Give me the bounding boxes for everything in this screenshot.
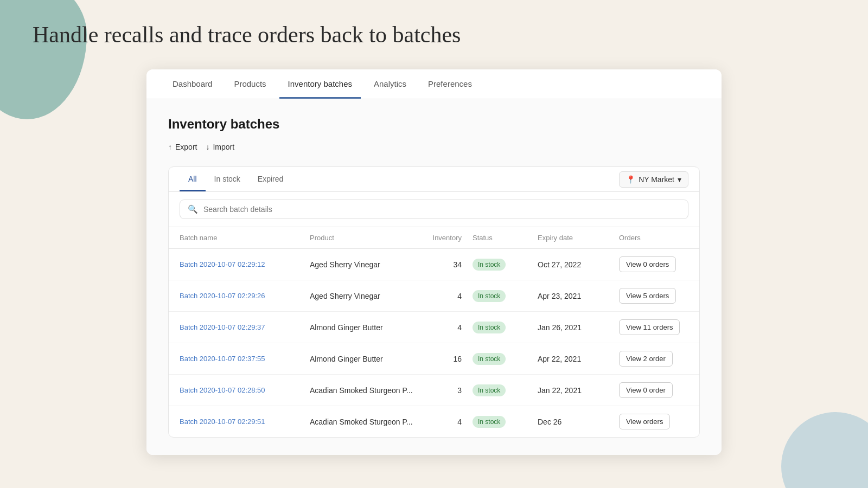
- inventory-count: 34: [418, 260, 473, 269]
- expiry-date: Jan 26, 2021: [538, 323, 619, 332]
- orders-cell: View 5 orders: [619, 288, 695, 304]
- page-title: Inventory batches: [168, 117, 700, 132]
- col-expiry-date: Expiry date: [538, 234, 619, 242]
- nav-bar: Dashboard Products Inventory batches Ana…: [146, 69, 722, 99]
- market-label: NY Market: [639, 175, 674, 184]
- col-status: Status: [473, 234, 538, 242]
- status-badge: In stock: [473, 416, 538, 428]
- tab-row: All In stock Expired 📍 NY Market ▾: [169, 167, 699, 192]
- product-name: Acadian Smoked Sturgeon P...: [310, 386, 418, 395]
- view-orders-button[interactable]: View orders: [619, 414, 670, 429]
- search-icon: 🔍: [188, 204, 198, 214]
- batch-link[interactable]: Batch 2020-10-07 02:29:12: [180, 260, 310, 268]
- main-content: Inventory batches ↑ Export ↓ Import All: [146, 99, 722, 455]
- batch-link[interactable]: Batch 2020-10-07 02:29:26: [180, 292, 310, 300]
- view-orders-button[interactable]: View 0 order: [619, 382, 673, 398]
- expiry-date: Oct 27, 2022: [538, 260, 619, 269]
- table-row: Batch 2020-10-07 02:37:55 Almond Ginger …: [169, 343, 699, 375]
- table-header: Batch name Product Inventory Status Expi…: [169, 227, 699, 249]
- orders-cell: View orders: [619, 414, 695, 429]
- nav-item-preferences[interactable]: Preferences: [419, 69, 481, 99]
- col-inventory: Inventory: [418, 234, 473, 242]
- status-badge: In stock: [473, 290, 538, 302]
- status-badge: In stock: [473, 259, 538, 271]
- search-row: 🔍: [169, 192, 699, 227]
- table-row: Batch 2020-10-07 02:29:12 Aged Sherry Vi…: [169, 249, 699, 280]
- inventory-count: 4: [418, 292, 473, 300]
- inventory-count: 4: [418, 418, 473, 426]
- expiry-date: Apr 22, 2021: [538, 355, 619, 363]
- tabs: All In stock Expired: [180, 167, 292, 191]
- export-button[interactable]: ↑ Export: [168, 140, 197, 153]
- action-buttons: ↑ Export ↓ Import: [168, 140, 700, 153]
- status-badge: In stock: [473, 322, 538, 333]
- location-icon: 📍: [626, 175, 635, 184]
- expiry-date: Dec 26: [538, 418, 619, 426]
- table-body: Batch 2020-10-07 02:29:12 Aged Sherry Vi…: [169, 249, 699, 437]
- expiry-date: Jan 22, 2021: [538, 386, 619, 395]
- import-icon: ↓: [206, 143, 209, 151]
- inventory-count: 4: [418, 323, 473, 332]
- inventory-count: 3: [418, 386, 473, 395]
- view-orders-button[interactable]: View 5 orders: [619, 288, 676, 304]
- nav-item-products[interactable]: Products: [225, 69, 275, 99]
- batch-link[interactable]: Batch 2020-10-07 02:29:51: [180, 418, 310, 426]
- table-row: Batch 2020-10-07 02:29:37 Almond Ginger …: [169, 312, 699, 343]
- export-icon: ↑: [168, 143, 172, 151]
- orders-cell: View 2 order: [619, 351, 695, 367]
- view-orders-button[interactable]: View 2 order: [619, 351, 673, 367]
- product-name: Aged Sherry Vinegar: [310, 260, 418, 269]
- orders-cell: View 0 order: [619, 382, 695, 398]
- nav-item-dashboard[interactable]: Dashboard: [164, 69, 221, 99]
- import-button[interactable]: ↓ Import: [206, 140, 234, 153]
- tab-all[interactable]: All: [180, 167, 206, 191]
- product-name: Acadian Smoked Sturgeon P...: [310, 418, 418, 426]
- table-row: Batch 2020-10-07 02:28:50 Acadian Smoked…: [169, 375, 699, 406]
- import-label: Import: [213, 143, 234, 151]
- search-box: 🔍: [180, 200, 688, 219]
- table-row: Batch 2020-10-07 02:29:51 Acadian Smoked…: [169, 406, 699, 437]
- chevron-down-icon: ▾: [678, 175, 681, 184]
- col-orders: Orders: [619, 234, 695, 242]
- product-name: Almond Ginger Butter: [310, 323, 418, 332]
- batch-link[interactable]: Batch 2020-10-07 02:37:55: [180, 355, 310, 363]
- inventory-count: 16: [418, 355, 473, 363]
- market-selector[interactable]: 📍 NY Market ▾: [619, 171, 688, 188]
- export-label: Export: [175, 143, 197, 151]
- view-orders-button[interactable]: View 0 orders: [619, 256, 676, 272]
- filters-card: All In stock Expired 📍 NY Market ▾ 🔍: [168, 166, 700, 438]
- search-input[interactable]: [203, 205, 680, 214]
- product-name: Aged Sherry Vinegar: [310, 292, 418, 300]
- app-window: Dashboard Products Inventory batches Ana…: [146, 69, 722, 455]
- hero-title: Handle recalls and trace orders back to …: [33, 22, 835, 48]
- batch-link[interactable]: Batch 2020-10-07 02:28:50: [180, 386, 310, 394]
- nav-item-analytics[interactable]: Analytics: [365, 69, 415, 99]
- col-batch-name: Batch name: [180, 234, 310, 242]
- nav-item-inventory-batches[interactable]: Inventory batches: [279, 69, 361, 99]
- tab-expired[interactable]: Expired: [249, 167, 292, 191]
- orders-cell: View 0 orders: [619, 256, 695, 272]
- table-row: Batch 2020-10-07 02:29:26 Aged Sherry Vi…: [169, 280, 699, 312]
- status-badge: In stock: [473, 384, 538, 396]
- batch-link[interactable]: Batch 2020-10-07 02:29:37: [180, 323, 310, 331]
- orders-cell: View 11 orders: [619, 319, 695, 335]
- view-orders-button[interactable]: View 11 orders: [619, 319, 680, 335]
- col-product: Product: [310, 234, 418, 242]
- expiry-date: Apr 23, 2021: [538, 292, 619, 300]
- product-name: Almond Ginger Butter: [310, 355, 418, 363]
- tab-in-stock[interactable]: In stock: [206, 167, 249, 191]
- status-badge: In stock: [473, 353, 538, 365]
